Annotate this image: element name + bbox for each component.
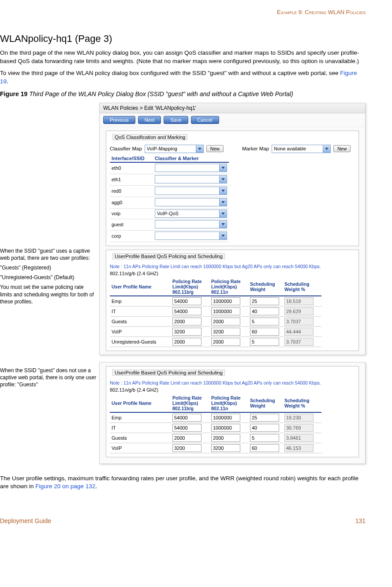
classifier-marker-select[interactable] — [155, 164, 227, 172]
col-interface-ssid: Interface/SSID — [110, 155, 153, 162]
scheduling-weight-input[interactable] — [250, 318, 279, 325]
previous-button[interactable]: Previous — [103, 116, 135, 124]
col-scheduling-weight-pct: Scheduling Weight % — [283, 394, 321, 412]
scheduling-weight-input[interactable] — [250, 328, 279, 336]
policing-bg-input[interactable] — [172, 444, 202, 452]
classifier-marker-select[interactable] — [155, 175, 227, 183]
col-policing-n: Policing Rate Limit(Kbps) 802.11n — [209, 394, 248, 412]
col-scheduling-weight: Scheduling Weight — [248, 394, 283, 412]
policing-n-input[interactable] — [211, 297, 240, 305]
rate-limit-note: Note : 11n APs Policing Rate Limit can r… — [110, 380, 355, 385]
annotation-guests-reg: "Guests" (Registered) — [0, 264, 97, 271]
policing-bg-input[interactable] — [172, 318, 202, 325]
policing-n-input[interactable] — [211, 307, 240, 315]
interface-name: guest — [110, 219, 153, 230]
classifier-marker-select[interactable] — [155, 187, 227, 195]
save-button[interactable]: Save — [164, 116, 188, 124]
col-policing-bg: Policing Rate Limit(Kbps) 802.11b/g — [171, 278, 209, 296]
col-policing-n: Policing Rate Limit(Kbps) 802.11n — [209, 278, 248, 296]
qos-table-2: User Profile Name Policing Rate Limit(Kb… — [110, 394, 321, 453]
scheduling-weight-input[interactable] — [250, 338, 279, 346]
marker-new-button[interactable]: New — [333, 145, 351, 152]
classifier-marker-select[interactable]: VoIP-QoS — [155, 209, 227, 218]
band-label: 802.11n/g/b (2.4 GHZ) — [110, 387, 355, 393]
classifier-map-select[interactable]: VoIP-Mapping — [145, 145, 204, 153]
profile-name: Emp — [110, 296, 171, 307]
marker-map-select[interactable]: None available — [272, 145, 331, 153]
policing-bg-input[interactable] — [172, 297, 202, 305]
policing-n-input[interactable] — [211, 434, 240, 442]
marker-map-label: Marker Map — [242, 146, 269, 151]
policing-n-input[interactable] — [211, 328, 240, 336]
profile-name: Guests — [110, 316, 171, 326]
userprofile-legend: UserProfile Based QoS Policing and Sched… — [112, 253, 225, 259]
scheduling-weight-input[interactable] — [250, 444, 279, 452]
intro-paragraph-2: To view the third page of the WLAN polic… — [0, 69, 366, 86]
dialog-title: WLAN Policies > Edit 'WLANpolicy-hq1' — [100, 103, 365, 113]
scheduling-weight-pct — [284, 434, 314, 442]
profile-name: VoIP — [110, 443, 171, 453]
dialog-panel-2: UserProfile Based QoS Policing and Sched… — [99, 362, 366, 464]
next-button[interactable]: Next — [138, 116, 161, 124]
col-scheduling-weight: Scheduling Weight — [248, 278, 283, 296]
scheduling-weight-pct — [284, 297, 314, 305]
profile-name: IT — [110, 422, 171, 433]
policing-bg-input[interactable] — [172, 424, 202, 432]
scheduling-weight-pct — [284, 307, 314, 315]
userprofile-qos-fieldset-1: UserProfile Based QoS Policing and Sched… — [106, 250, 359, 351]
profile-name: Guests — [110, 433, 171, 443]
qos-classification-fieldset: QoS Classification and Marking Classifie… — [106, 131, 359, 246]
col-classifier-marker: Classifier & Marker — [153, 155, 229, 162]
scheduling-weight-input[interactable] — [250, 434, 279, 442]
classifier-marker-select[interactable] — [155, 220, 227, 228]
col-user-profile-name: User Profile Name — [110, 394, 171, 412]
footer-doc-title: Deployment Guide — [0, 517, 51, 524]
closing-paragraph: The User profile settings, maximum traff… — [0, 475, 366, 491]
scheduling-weight-pct — [284, 338, 314, 346]
policing-n-input[interactable] — [211, 444, 240, 452]
col-scheduling-weight-pct: Scheduling Weight % — [283, 278, 321, 296]
figure-number: Figure 19 — [0, 90, 29, 97]
policing-bg-input[interactable] — [172, 307, 202, 315]
page-title: WLANpolicy-hq1 (Page 3) — [0, 33, 366, 45]
interface-name: agg0 — [110, 197, 153, 208]
policing-n-input[interactable] — [211, 318, 240, 325]
userprofile-legend: UserProfile Based QoS Policing and Sched… — [112, 370, 225, 376]
interface-name: corp — [110, 230, 153, 242]
classifier-marker-select[interactable] — [155, 232, 227, 240]
annotation-captive-intro: When the SSID "guest" uses a captive web… — [0, 247, 97, 262]
profile-name: IT — [110, 306, 171, 316]
qos-table-1: User Profile Name Policing Rate Limit(Kb… — [110, 278, 321, 347]
policing-n-input[interactable] — [211, 338, 240, 346]
policing-bg-input[interactable] — [172, 414, 202, 422]
scheduling-weight-input[interactable] — [250, 414, 279, 422]
col-policing-bg: Policing Rate Limit(Kbps) 802.11b/g — [171, 394, 209, 412]
scheduling-weight-input[interactable] — [250, 307, 279, 315]
text: . — [95, 483, 97, 490]
policing-bg-input[interactable] — [172, 338, 202, 346]
scheduling-weight-pct — [284, 424, 314, 432]
profile-name: VoIP — [110, 326, 171, 336]
policing-n-input[interactable] — [211, 424, 240, 432]
annotation-no-captive: When the SSID "guest" does not use a cap… — [0, 367, 97, 389]
classifier-marker-select[interactable] — [155, 198, 227, 206]
text: . — [7, 78, 8, 85]
scheduling-weight-pct — [284, 328, 314, 336]
col-user-profile-name: User Profile Name — [110, 278, 171, 296]
dialog-panel-1: WLAN Policies > Edit 'WLANpolicy-hq1' Pr… — [99, 103, 366, 355]
policing-bg-input[interactable] — [172, 434, 202, 442]
scheduling-weight-input[interactable] — [250, 297, 279, 305]
profile-name: Emp — [110, 412, 171, 423]
policing-bg-input[interactable] — [172, 328, 202, 336]
chapter-header: Example 9: Creating WLAN Policies — [0, 9, 366, 15]
figure-title: Third Page of the WLAN Policy Dialog Box… — [29, 90, 293, 97]
figure-20-link[interactable]: Figure 20 on page 132 — [35, 483, 95, 490]
scheduling-weight-pct — [284, 318, 314, 325]
rate-limit-note: Note : 11n APs Policing Rate Limit can r… — [110, 264, 355, 269]
policing-n-input[interactable] — [211, 414, 240, 422]
profile-name: Unregistered-Guests — [110, 336, 171, 347]
scheduling-weight-input[interactable] — [250, 424, 279, 432]
classifier-new-button[interactable]: New — [206, 145, 224, 152]
cancel-button[interactable]: Cancel — [191, 116, 219, 124]
interface-name: voip — [110, 208, 153, 219]
